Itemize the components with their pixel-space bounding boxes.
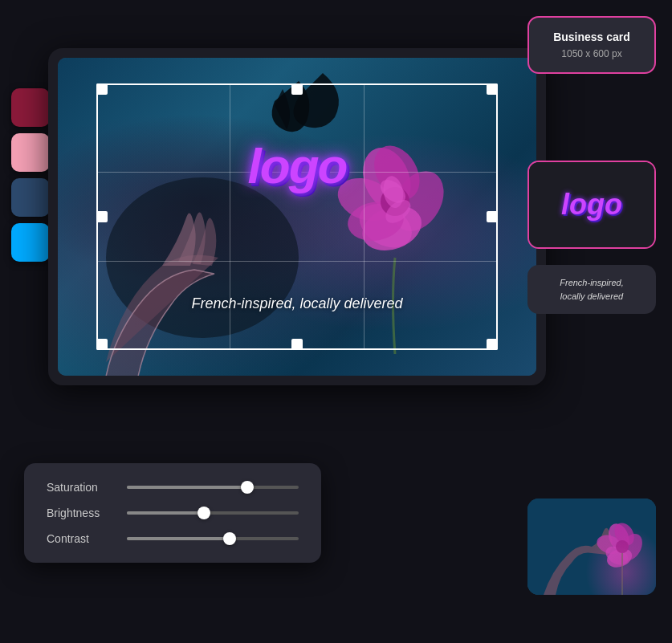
brightness-track[interactable]: [127, 511, 299, 515]
monitor: logo French-inspired, locally delivered: [48, 48, 546, 385]
handle-bottom-mid[interactable]: [291, 339, 303, 350]
screen: logo French-inspired, locally delivered: [58, 58, 536, 376]
contrast-row: Contrast: [47, 532, 299, 545]
brightness-row: Brightness: [47, 507, 299, 519]
handle-top-mid[interactable]: [291, 83, 303, 95]
saturation-label: Saturation: [47, 481, 119, 494]
photo-preview-overlay: [579, 518, 656, 595]
info-panel: Business card 1050 x 600 px: [527, 16, 656, 74]
contrast-label: Contrast: [47, 532, 119, 545]
tagline-preview-panel: French-inspired,locally delivered: [527, 265, 656, 314]
saturation-fill: [127, 486, 247, 489]
swatch-cyan[interactable]: [11, 223, 50, 262]
swatch-crimson[interactable]: [11, 88, 50, 127]
brightness-label: Brightness: [47, 507, 119, 519]
saturation-track[interactable]: [127, 486, 299, 489]
adjustment-panel: Saturation Brightness Contrast: [24, 463, 321, 563]
photo-preview-bg: [527, 499, 656, 595]
brightness-thumb: [198, 507, 210, 519]
contrast-track[interactable]: [127, 537, 299, 540]
tagline-preview-text: French-inspired,locally delivered: [537, 276, 646, 303]
saturation-row: Saturation: [47, 481, 299, 494]
contrast-fill: [127, 537, 230, 540]
canvas-tagline-text: French-inspired, locally delivered: [191, 295, 402, 312]
photo-preview-panel[interactable]: [527, 499, 656, 595]
contrast-thumb: [223, 532, 236, 545]
swatch-pink[interactable]: [11, 133, 50, 172]
handle-top-left[interactable]: [96, 83, 108, 95]
brightness-fill: [127, 511, 204, 515]
handle-mid-left[interactable]: [96, 211, 108, 222]
saturation-thumb: [241, 481, 254, 494]
logo-preview-text: logo: [529, 162, 654, 247]
swatch-navy[interactable]: [11, 178, 50, 217]
handle-mid-right[interactable]: [487, 211, 498, 222]
color-swatches: [11, 88, 50, 262]
handle-bottom-right[interactable]: [487, 339, 498, 350]
handle-bottom-left[interactable]: [96, 339, 108, 350]
main-container: logo French-inspired, locally delivered …: [0, 0, 672, 643]
canvas-logo-text[interactable]: logo: [248, 137, 347, 194]
logo-preview-panel[interactable]: logo: [527, 161, 656, 249]
info-panel-size: 1050 x 600 px: [542, 48, 641, 59]
handle-top-right[interactable]: [487, 83, 498, 95]
info-panel-title: Business card: [542, 31, 641, 43]
